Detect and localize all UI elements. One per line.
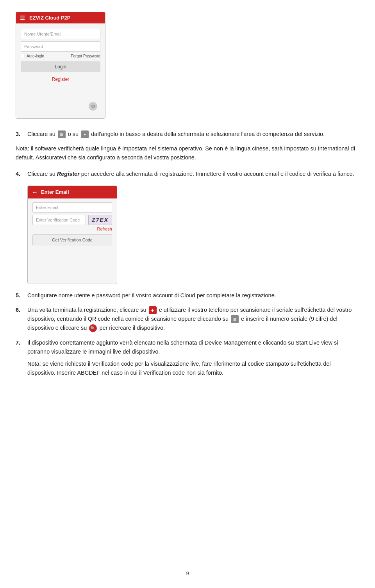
step-6-text-pre: Una volta terminata la registrazione, cl… <box>27 307 148 313</box>
step-6: 6. Una volta terminata la registrazione,… <box>16 306 359 333</box>
get-verification-code-button[interactable]: Get Verification Code <box>32 234 112 245</box>
register-button[interactable]: Register <box>21 75 100 84</box>
step-6-number: 6. <box>16 306 23 333</box>
enter-email-body: Enter Email Enter Verification Code Z7EX… <box>28 198 117 284</box>
step-4-number: 4. <box>16 170 23 179</box>
step-7: 7. Il dispositivo correttamente aggiunto… <box>16 338 359 381</box>
hamburger-icon: ☰ <box>20 15 26 21</box>
login-footer: ⚙ <box>21 100 100 113</box>
step-6-text-post: per ricercare il dispositivo. <box>99 325 165 331</box>
login-options-row: Auto-login Forgot Password <box>21 54 100 58</box>
enter-email-title-text: Enter Email <box>41 189 69 195</box>
step-6-content: Una volta terminata la registrazione, cl… <box>27 306 359 333</box>
icon-service-area-2: ● <box>81 130 89 138</box>
username-input[interactable]: Nome Utente/Email <box>21 29 100 39</box>
step-4-text-pre: Cliccare su <box>27 171 57 177</box>
login-screenshot: ☰ EZVIZ Cloud P2P Nome Utente/Email Pass… <box>16 12 105 119</box>
verification-row: Enter Verification Code Z7EX <box>32 215 112 225</box>
password-input[interactable]: Password <box>21 41 100 52</box>
step-3: 3. Cliccare su ▦ o su ● dall'angolo in b… <box>16 130 359 139</box>
step-5-number: 5. <box>16 291 23 300</box>
login-spacer <box>21 84 100 100</box>
enter-email-spacer <box>32 248 112 280</box>
step-5-text: Configurare nome utente e password per i… <box>27 292 276 298</box>
autologin-checkbox[interactable] <box>21 54 25 58</box>
qr-scan-icon: ▦ <box>231 315 239 323</box>
verification-code-input[interactable]: Enter Verification Code <box>32 215 86 225</box>
note-1-text: Nota: il software verificherà quale ling… <box>16 145 355 161</box>
step-7-content: Il dispositivo correttamente aggiunto ve… <box>27 338 359 381</box>
icon-service-area-1: ▦ <box>58 130 66 138</box>
step-7-number: 7. <box>16 338 23 381</box>
step-3-text-pre: Cliccare su <box>27 131 57 137</box>
step-5: 5. Configurare nome utente e password pe… <box>16 291 359 300</box>
search-device-icon: 🔍 <box>89 324 97 332</box>
page-number: 9 <box>186 570 189 576</box>
step-4-text-post: per accedere alla schermata di registraz… <box>80 171 354 177</box>
step-3-content: Cliccare su ▦ o su ● dall'angolo in bass… <box>27 130 359 139</box>
register-bold: Register <box>57 171 80 177</box>
note-1: Nota: il software verificherà quale ling… <box>16 144 359 162</box>
autologin-label[interactable]: Auto-login <box>21 54 44 58</box>
settings-icon[interactable]: ⚙ <box>89 102 97 111</box>
forgot-password-link[interactable]: Forgot Password <box>71 54 100 58</box>
captcha-image: Z7EX <box>88 215 112 225</box>
login-titlebar: ☰ EZVIZ Cloud P2P <box>16 12 105 23</box>
login-body: Nome Utente/Email Password Auto-login Fo… <box>16 23 105 118</box>
back-arrow-icon[interactable]: ← <box>32 189 38 196</box>
plus-icon: + <box>149 306 157 314</box>
step-3-text-post: dall'angolo in basso a destra della sche… <box>91 131 325 137</box>
step-3-text-mid: o su <box>68 131 80 137</box>
step-7-note: Nota: se viene richiesto il Verification… <box>27 359 359 377</box>
step-7-text: Il dispositivo correttamente aggiunto ve… <box>27 338 359 356</box>
step-4: 4. Cliccare su Register per accedere all… <box>16 170 359 179</box>
step-4-content: Cliccare su Register per accedere alla s… <box>27 170 359 179</box>
email-input[interactable]: Enter Email <box>32 202 112 213</box>
login-button[interactable]: Login <box>21 61 100 72</box>
step-3-number: 3. <box>16 130 23 139</box>
login-title-text: EZVIZ Cloud P2P <box>29 15 70 21</box>
refresh-link[interactable]: Refresh <box>32 227 112 231</box>
enter-email-titlebar: ← Enter Email <box>28 186 117 198</box>
enter-email-screenshot: ← Enter Email Enter Email Enter Verifica… <box>27 186 117 284</box>
step-5-content: Configurare nome utente e password per i… <box>27 291 359 300</box>
